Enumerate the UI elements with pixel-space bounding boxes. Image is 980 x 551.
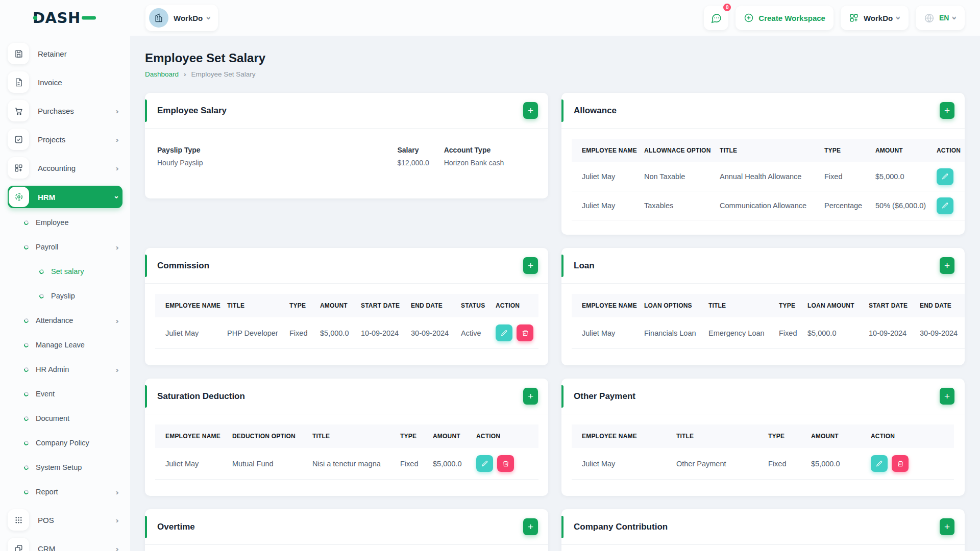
cell-type: Fixed bbox=[760, 448, 803, 480]
cell-employee-name: Juliet May bbox=[155, 448, 224, 480]
edit-button[interactable] bbox=[871, 455, 888, 472]
card-header: Overtime + bbox=[145, 509, 548, 545]
messages-button[interactable]: 0 bbox=[704, 6, 728, 30]
cell-employee-name: Juliet May bbox=[572, 191, 636, 220]
col-action: ACTION bbox=[863, 424, 954, 448]
add-button[interactable]: + bbox=[940, 102, 954, 119]
brand-logo[interactable]: DASH bbox=[0, 9, 130, 27]
sidebar-subitem-hr-admin[interactable]: HR Admin › bbox=[8, 362, 122, 377]
col-action bbox=[963, 294, 965, 317]
card-header: Employee Salary + bbox=[145, 93, 548, 129]
bullet-icon bbox=[23, 415, 30, 421]
sidebar-subitem-manage-leave[interactable]: Manage Leave bbox=[8, 338, 122, 352]
create-workspace-button[interactable]: Create Workspace bbox=[736, 6, 834, 30]
sidebar: Retainer Invoice Purchases › Projects › bbox=[0, 36, 130, 551]
add-button[interactable]: + bbox=[523, 518, 538, 535]
chevron-right-icon: › bbox=[115, 544, 119, 551]
delete-button[interactable] bbox=[892, 455, 909, 472]
edit-button[interactable] bbox=[937, 168, 953, 185]
sidebar-subitem-payroll[interactable]: Payroll › bbox=[8, 240, 122, 254]
card-header: Company Contribution + bbox=[561, 509, 965, 545]
table-header-row: EMPLOYEE NAME TITLE TYPE AMOUNT ACTION bbox=[572, 424, 954, 448]
cell-loan-options: Financials Loan bbox=[636, 317, 700, 349]
plus-icon: + bbox=[528, 260, 533, 271]
add-button[interactable]: + bbox=[523, 388, 538, 405]
cell-type: Fixed bbox=[281, 317, 312, 349]
card-header: Commission + bbox=[145, 248, 548, 284]
workspace-avatar bbox=[149, 8, 168, 28]
sidebar-item-purchases[interactable]: Purchases › bbox=[8, 100, 122, 121]
sidebar-item-hrm[interactable]: HRM › bbox=[8, 186, 122, 208]
col-amount: AMOUNT bbox=[425, 424, 468, 448]
globe-icon bbox=[924, 13, 935, 23]
sidebar-subitem-set-salary[interactable]: Set salary bbox=[8, 264, 122, 279]
field-label: Payslip Type bbox=[157, 146, 279, 154]
delete-button[interactable] bbox=[497, 455, 514, 472]
subitem-label: Report bbox=[36, 488, 58, 496]
sidebar-item-label: Retainer bbox=[38, 49, 67, 58]
table-row: Juliet May Mutual Fund Nisi a tenetur ma… bbox=[155, 448, 538, 480]
breadcrumb-dashboard-link[interactable]: Dashboard bbox=[145, 70, 179, 78]
sidebar-subitem-event[interactable]: Event bbox=[8, 387, 122, 401]
pencil-icon bbox=[481, 460, 488, 467]
breadcrumb: Dashboard › Employee Set Salary bbox=[145, 70, 965, 78]
add-button[interactable]: + bbox=[523, 102, 538, 119]
cell-loan-amount: $5,000.0 bbox=[799, 317, 861, 349]
add-button[interactable]: + bbox=[523, 257, 538, 274]
hrm-icon bbox=[9, 187, 29, 207]
cart-icon bbox=[8, 100, 29, 121]
chevron-right-icon: › bbox=[115, 365, 119, 374]
sidebar-item-label: HRM bbox=[38, 193, 55, 202]
cell-amount: $5,000.0 bbox=[312, 317, 353, 349]
sidebar-subitem-document[interactable]: Document bbox=[8, 411, 122, 425]
edit-button[interactable] bbox=[496, 324, 512, 341]
cell-employee-name: Juliet May bbox=[572, 162, 636, 191]
plus-icon: + bbox=[944, 521, 950, 533]
col-start-date: START DATE bbox=[861, 294, 912, 317]
col-employee-name: EMPLOYEE NAME bbox=[155, 294, 219, 317]
sidebar-item-invoice[interactable]: Invoice bbox=[8, 71, 122, 93]
card-title: Commission bbox=[157, 261, 209, 271]
edit-button[interactable] bbox=[476, 455, 493, 472]
bullet-icon bbox=[23, 391, 30, 397]
employee-salary-card: Employee Salary + Payslip Type Hourly Pa… bbox=[145, 93, 548, 198]
sidebar-item-crm[interactable]: CRM › bbox=[8, 538, 122, 551]
app-switcher-label: WorkDo bbox=[864, 14, 893, 22]
app-switcher-button[interactable]: WorkDo › bbox=[841, 6, 909, 30]
delete-button[interactable] bbox=[517, 324, 533, 341]
card-title: Allowance bbox=[574, 106, 617, 116]
plus-icon: + bbox=[528, 391, 533, 402]
language-selector[interactable]: EN › bbox=[916, 6, 965, 30]
grid-plus-icon bbox=[849, 13, 859, 23]
bullet-icon bbox=[23, 342, 30, 348]
sidebar-subitem-employee[interactable]: Employee bbox=[8, 215, 122, 230]
workspace-selector[interactable]: WorkDo › bbox=[145, 5, 218, 31]
loan-card: Loan + EMPLOYEE NAME LOAN OPTIONS TITLE … bbox=[561, 248, 965, 365]
col-title: TITLE bbox=[304, 424, 392, 448]
retainer-save-icon bbox=[8, 43, 29, 64]
chevron-down-icon: › bbox=[895, 16, 903, 20]
sidebar-item-pos[interactable]: POS › bbox=[8, 509, 122, 531]
sidebar-subitem-payslip[interactable]: Payslip bbox=[8, 289, 122, 303]
cell-title: Emergency Loan bbox=[700, 317, 771, 349]
sidebar-item-retainer[interactable]: Retainer bbox=[8, 43, 122, 64]
sidebar-subitem-company-policy[interactable]: Company Policy bbox=[8, 436, 122, 450]
col-type: TYPE bbox=[771, 294, 799, 317]
bullet-icon bbox=[23, 219, 30, 226]
sidebar-item-projects[interactable]: Projects › bbox=[8, 129, 122, 150]
chevron-right-icon: › bbox=[115, 488, 119, 496]
sidebar-subitem-attendance[interactable]: Attendance › bbox=[8, 313, 122, 328]
other-payment-card: Other Payment + EMPLOYEE NAME TITLE TYPE… bbox=[561, 379, 965, 496]
sidebar-subitem-report[interactable]: Report › bbox=[8, 485, 122, 499]
cell-end-date: 30-09-2024 bbox=[912, 317, 963, 349]
sidebar-item-accounting[interactable]: Accounting › bbox=[8, 157, 122, 179]
sidebar-subitem-system-setup[interactable]: System Setup bbox=[8, 460, 122, 474]
add-button[interactable]: + bbox=[940, 518, 954, 535]
col-amount: AMOUNT bbox=[312, 294, 353, 317]
add-button[interactable]: + bbox=[940, 388, 954, 405]
edit-button[interactable] bbox=[937, 197, 953, 214]
card-title: Company Contribution bbox=[574, 522, 668, 532]
language-label: EN bbox=[939, 14, 949, 22]
grid-plus-icon bbox=[8, 157, 29, 179]
add-button[interactable]: + bbox=[940, 257, 954, 274]
